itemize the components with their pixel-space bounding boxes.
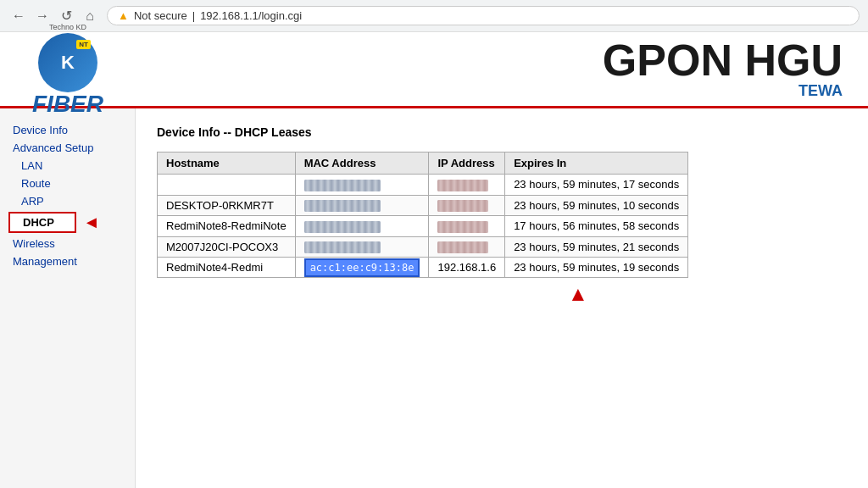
not-secure-label: Not secure xyxy=(134,9,187,22)
sidebar-item-lan[interactable]: LAN xyxy=(8,157,126,175)
ip-cell xyxy=(429,236,505,258)
ip-blurred xyxy=(437,180,488,191)
logo-area: Techno KD K NT FIBER xyxy=(17,23,119,116)
ip-blurred xyxy=(437,241,488,253)
ip-blurred xyxy=(437,200,488,212)
mac-blurred xyxy=(304,180,381,191)
page: Techno KD K NT FIBER GPON HGU TEWA Devic… xyxy=(0,32,868,488)
col-ip: IP Address xyxy=(429,152,505,175)
logo-k: K xyxy=(61,52,75,74)
table-row: RedmiNote4-Redmi ac:c1:ee:c9:13:8e 192.1… xyxy=(158,258,688,278)
logo-nt-badge: NT xyxy=(76,40,91,49)
main-content: Device Info -- DHCP Leases Hostname MAC … xyxy=(136,108,868,488)
logo-circle: K NT xyxy=(38,33,97,92)
dhcp-leases-table: Hostname MAC Address IP Address Expires … xyxy=(157,152,688,278)
mac-cell xyxy=(295,175,429,196)
logo-fiber: FIBER xyxy=(32,92,103,116)
url-text: 192.168.1.1/login.cgi xyxy=(200,9,302,22)
hostname-cell: RedmiNote4-Redmi xyxy=(158,258,296,278)
hostname-cell: M2007J20CI-POCOX3 xyxy=(158,236,296,258)
dhcp-arrow-indicator: ◄ xyxy=(83,213,100,232)
col-expires: Expires In xyxy=(505,152,688,175)
sidebar-item-route[interactable]: Route xyxy=(8,175,126,192)
hostname-cell: RedmiNote8-RedmiNote xyxy=(158,216,296,237)
ip-cell xyxy=(429,175,505,196)
tewa-subtitle: TEWA xyxy=(119,82,843,100)
table-row: RedmiNote8-RedmiNote 17 hours, 56 minute… xyxy=(158,216,688,237)
sidebar-item-advanced-setup[interactable]: Advanced Setup xyxy=(8,139,126,157)
techno-kd-label: Techno KD xyxy=(49,23,86,31)
sidebar-item-management[interactable]: Management xyxy=(8,252,126,270)
mac-blurred xyxy=(304,241,381,253)
expires-cell: 23 hours, 59 minutes, 17 seconds xyxy=(505,175,688,196)
table-row: DESKTOP-0RKMR7T 23 hours, 59 minutes, 10… xyxy=(158,195,688,216)
expires-cell: 23 hours, 59 minutes, 19 seconds xyxy=(505,258,688,278)
sidebar-item-arp[interactable]: ARP xyxy=(8,192,126,210)
ip-cell xyxy=(429,195,505,216)
mac-arrow-up-icon: ▲ xyxy=(568,282,588,306)
page-header: Techno KD K NT FIBER GPON HGU TEWA xyxy=(0,32,868,108)
table-row: 23 hours, 59 minutes, 17 seconds xyxy=(158,175,688,196)
col-mac: MAC Address xyxy=(295,152,429,175)
mac-cell xyxy=(295,216,429,237)
sidebar-item-wireless[interactable]: Wireless xyxy=(8,235,126,252)
table-row: M2007J20CI-POCOX3 23 hours, 59 minutes, … xyxy=(158,236,688,258)
expires-cell: 23 hours, 59 minutes, 21 seconds xyxy=(505,236,688,258)
sidebar-item-dhcp[interactable]: DHCP xyxy=(8,212,76,233)
mac-cell-highlighted: ac:c1:ee:c9:13:8e xyxy=(295,258,429,278)
sidebar-item-device-info[interactable]: Device Info xyxy=(8,121,126,139)
mac-arrow-container: ▲ xyxy=(309,278,847,306)
url-separator: | xyxy=(192,9,195,22)
page-title: Device Info -- DHCP Leases xyxy=(157,125,847,139)
mac-cell xyxy=(295,195,429,216)
gpon-hgu-title: GPON HGU xyxy=(119,38,843,82)
security-warning-icon: ▲ xyxy=(118,9,129,22)
mac-highlighted-value[interactable]: ac:c1:ee:c9:13:8e xyxy=(304,258,420,277)
ip-cell: 192.168.1.6 xyxy=(429,258,505,278)
expires-cell: 17 hours, 56 minutes, 58 seconds xyxy=(505,216,688,237)
sidebar: Device Info Advanced Setup LAN Route ARP… xyxy=(0,108,136,488)
browser-toolbar: ← → ↺ ⌂ ▲ Not secure | 192.168.1.1/login… xyxy=(0,0,868,32)
content-area: Device Info Advanced Setup LAN Route ARP… xyxy=(0,108,868,488)
col-hostname: Hostname xyxy=(158,152,296,175)
mac-cell xyxy=(295,236,429,258)
hostname-cell xyxy=(158,175,296,196)
header-title: GPON HGU TEWA xyxy=(119,38,851,100)
ip-cell xyxy=(429,216,505,237)
mac-blurred xyxy=(304,221,381,233)
mac-blurred xyxy=(304,200,381,212)
ip-blurred xyxy=(437,221,488,233)
hostname-cell: DESKTOP-0RKMR7T xyxy=(158,195,296,216)
address-bar[interactable]: ▲ Not secure | 192.168.1.1/login.cgi xyxy=(107,6,860,25)
expires-cell: 23 hours, 59 minutes, 10 seconds xyxy=(505,195,688,216)
